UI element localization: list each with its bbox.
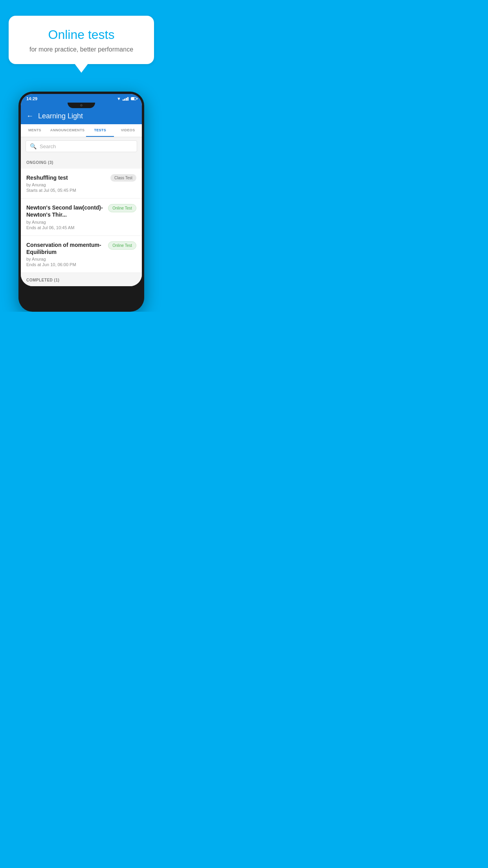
test-item[interactable]: Conservation of momentum-Equilibrium by … — [21, 236, 142, 273]
back-button[interactable]: ← — [26, 112, 33, 120]
test-item[interactable]: Reshuffling test by Anurag Starts at Jul… — [21, 169, 142, 199]
search-input[interactable]: Search — [40, 143, 56, 149]
phone-wrapper: 14:29 ▼ — [0, 92, 163, 312]
bubble-title: Online tests — [20, 28, 142, 42]
app-title: Learning Light — [38, 112, 83, 120]
test-badge-online: Online Test — [108, 204, 136, 212]
test-time: Ends at Jul 06, 10:45 AM — [26, 225, 104, 230]
test-author: by Anurag — [26, 220, 104, 224]
test-author: by Anurag — [26, 182, 106, 187]
status-icons: ▼ — [117, 96, 136, 101]
test-time: Ends at Jun 10, 06:00 PM — [26, 262, 104, 267]
search-bar: 🔍 Search — [21, 137, 142, 155]
ongoing-label: ONGOING (3) — [26, 160, 53, 165]
tab-bar: MENTS ANNOUNCEMENTS TESTS VIDEOS — [21, 124, 142, 137]
test-item[interactable]: Newton's Second law(contd)-Newton's Thir… — [21, 199, 142, 235]
notch — [68, 103, 95, 108]
test-info: Conservation of momentum-Equilibrium by … — [26, 241, 104, 267]
signal-icon — [123, 97, 128, 101]
battery-icon — [131, 97, 136, 100]
speech-bubble: Online tests for more practice, better p… — [9, 16, 154, 64]
test-name: Reshuffling test — [26, 174, 106, 181]
completed-section-header: COMPLETED (1) — [21, 273, 142, 286]
search-input-wrapper[interactable]: 🔍 Search — [26, 140, 137, 152]
tab-tests[interactable]: TESTS — [86, 124, 114, 137]
test-badge-online: Online Test — [108, 241, 136, 250]
tab-announcements[interactable]: ANNOUNCEMENTS — [49, 124, 86, 137]
test-info: Newton's Second law(contd)-Newton's Thir… — [26, 204, 104, 230]
test-info: Reshuffling test by Anurag Starts at Jul… — [26, 174, 106, 193]
test-author: by Anurag — [26, 257, 104, 261]
camera-dot — [80, 104, 83, 107]
test-time: Starts at Jul 05, 05:45 PM — [26, 188, 106, 193]
promo-area: Online tests for more practice, better p… — [0, 0, 163, 72]
test-name: Conservation of momentum-Equilibrium — [26, 241, 104, 256]
status-bar: 14:29 ▼ — [21, 94, 142, 103]
phone-mockup: 14:29 ▼ — [18, 92, 144, 312]
tab-videos[interactable]: VIDEOS — [114, 124, 142, 137]
test-badge-class: Class Test — [110, 174, 136, 182]
tab-ments[interactable]: MENTS — [21, 124, 49, 137]
wifi-icon: ▼ — [117, 96, 121, 101]
test-list: Reshuffling test by Anurag Starts at Jul… — [21, 169, 142, 273]
search-icon: 🔍 — [30, 143, 37, 149]
status-time: 14:29 — [26, 96, 37, 101]
ongoing-section-header: ONGOING (3) — [21, 155, 142, 169]
test-name: Newton's Second law(contd)-Newton's Thir… — [26, 204, 104, 218]
app-header: ← Learning Light — [21, 108, 142, 124]
phone-screen: 14:29 ▼ — [21, 94, 142, 286]
completed-label: COMPLETED (1) — [26, 278, 59, 282]
bubble-subtitle: for more practice, better performance — [20, 46, 142, 53]
notch-area — [21, 103, 142, 108]
